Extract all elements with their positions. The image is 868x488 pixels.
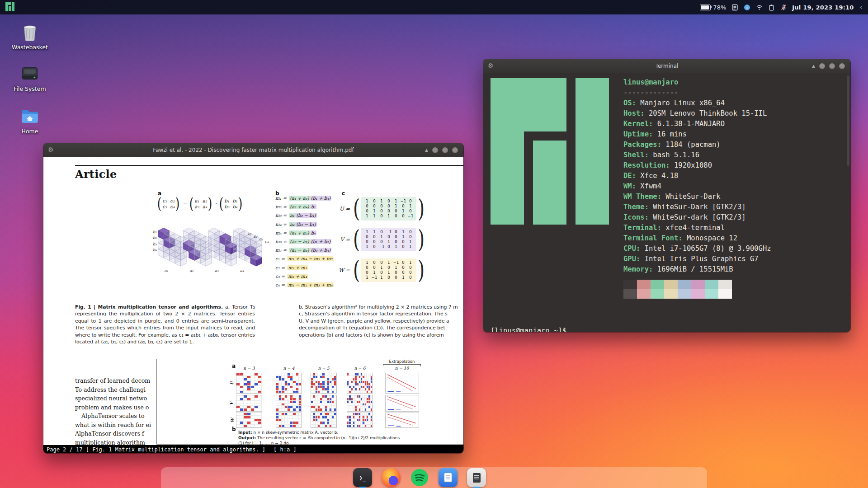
svg-text:b₂: b₂ — [153, 235, 157, 240]
panel-collapse-arrow[interactable]: ‹ — [859, 4, 863, 11]
neofetch-line: Terminal: xfce4-terminal — [623, 223, 771, 233]
clipboard-icon[interactable] — [768, 4, 775, 11]
desktop-icon-label: File System — [8, 85, 52, 92]
shade-icon[interactable]: ▲ — [812, 64, 815, 68]
minimize-button[interactable] — [432, 147, 438, 153]
close-button[interactable] — [839, 63, 845, 69]
pdf-page-view[interactable]: Article a b c (c₁c₂c₃c₄)=(a₁a₂a₃a₄)·(b₁b… — [43, 157, 463, 445]
palette-swatch — [691, 280, 705, 289]
terminal-window: ⚙ Terminal ▲ linus@manjaro -------------… — [483, 59, 851, 333]
strassen-equations: m₁ = (a₁ + a₄)(b₁ + b₄)m₂ = (a₃ + a₄)b₁m… — [275, 196, 334, 291]
svg-text:c₂: c₂ — [254, 234, 258, 239]
pdf-titlebar[interactable]: ⚙ Fawzi et al. - 2022 - Discovering fast… — [43, 143, 463, 157]
terminal-scrollbar[interactable] — [847, 75, 849, 166]
palette-swatch — [623, 280, 637, 289]
desktop-screen: 78% Jul 19, 2023 19:10 ‹ — [0, 0, 868, 488]
matrix-multiplication-equation: (c₁c₂c₃c₄)=(a₁a₂a₃a₄)·(b₁b₂b₃b₄) — [156, 196, 243, 211]
palette-swatch — [623, 289, 637, 299]
notes-icon[interactable] — [731, 4, 738, 11]
neofetch-user-host: linus@manjaro — [623, 77, 771, 88]
pdf-viewer-window: ⚙ Fawzi et al. - 2022 - Discovering fast… — [43, 143, 464, 454]
close-button[interactable] — [452, 147, 458, 153]
minimize-button[interactable] — [819, 63, 825, 69]
caption-left-column: Fig. 1 | Matrix multiplication tensor an… — [75, 304, 255, 345]
applications-menu-button[interactable] — [5, 1, 15, 14]
article-heading: Article — [75, 168, 117, 181]
panel-left — [5, 1, 15, 14]
svg-text:b₃: b₃ — [153, 242, 157, 246]
palette-swatch — [664, 289, 678, 299]
svg-text:c₄: c₄ — [265, 239, 269, 244]
caption-right-column: b, Strassen's algorithm² for multiplying… — [299, 304, 463, 338]
dock-item-document-app[interactable] — [439, 468, 458, 487]
dock-item-firefox[interactable] — [382, 468, 401, 487]
battery-icon — [700, 5, 711, 10]
terminal-titlebar[interactable]: ⚙ Terminal ▲ — [483, 59, 850, 73]
factor-matrix-V: V =(110−10100010010000100110−10101) — [336, 227, 426, 252]
statusbar-mode-info: [ h:a ] — [274, 446, 297, 453]
shade-icon[interactable]: ▲ — [425, 148, 428, 152]
figure1-panel-c-label: c — [342, 190, 345, 197]
palette-swatch — [705, 280, 718, 289]
palette-swatch — [651, 280, 664, 289]
window-menu-gear-icon[interactable]: ⚙ — [488, 62, 494, 69]
top-panel: 78% Jul 19, 2023 19:10 ‹ — [0, 0, 868, 14]
clock[interactable]: Jul 19, 2023 19:10 — [792, 4, 854, 11]
dock-item-terminal[interactable]: ❯_ — [353, 468, 372, 487]
dock-item-spotify[interactable] — [410, 468, 429, 487]
neofetch-line: Host: 20SM Lenovo ThinkBook 15-IIL — [623, 108, 771, 119]
terminal-color-palette — [623, 280, 771, 299]
microphone-muted-icon[interactable] — [780, 4, 787, 11]
svg-text:a₄: a₄ — [240, 268, 244, 273]
palette-swatch — [637, 280, 651, 289]
pdf-page: Article a b c (c₁c₂c₃c₄)=(a₁a₂a₃a₄)·(b₁b… — [43, 157, 463, 445]
factor-matrices: U =(10101−1000001010100010110100−1)V =(1… — [336, 197, 426, 289]
palette-swatch — [718, 280, 732, 289]
battery-indicator[interactable]: 78% — [700, 4, 726, 11]
desktop-icon-label: Home — [8, 128, 52, 135]
window-controls: ▲ — [425, 143, 458, 157]
desktop-icon-file-system[interactable]: File System — [8, 63, 52, 92]
neofetch-line: Theme: WhiteSur-Dark [GTK2/3] — [623, 202, 771, 212]
terminal-app-icon: ❯_ — [353, 468, 372, 487]
statusbar-page-info: Page 2 / 17 [ Fig. 1 Matrix multiplicati… — [47, 446, 265, 453]
tensor-3d-figure: b₁b₂b₃b₄a₁a₂a₃a₄c₁c₂c₃c₄ — [144, 217, 274, 275]
pdf-window-title: Fawzi et al. - 2022 - Discovering faster… — [153, 147, 354, 153]
pdf-statusbar: Page 2 / 17 [ Fig. 1 Matrix multiplicati… — [43, 445, 463, 454]
factor-matrix-U: U =(10101−1000001010100010110100−1) — [336, 197, 426, 221]
system-tray: 78% Jul 19, 2023 19:10 ‹ — [700, 4, 863, 11]
palette-swatch — [664, 280, 678, 289]
palette-swatch — [678, 280, 691, 289]
extrapolation-label: Extrapolation — [389, 359, 415, 364]
shell-prompt[interactable]: [linus@manjaro ~]$ — [491, 327, 571, 333]
algorithm-box: Input: n × n skew-symmetric matrix A, ve… — [238, 430, 401, 445]
svg-text:b₁: b₁ — [153, 230, 157, 234]
network-wireless-icon[interactable] — [755, 4, 763, 11]
pdf-viewer-icon — [467, 468, 486, 487]
neofetch-line: WM Theme: WhiteSur-Dark — [623, 192, 771, 202]
palette-swatch — [718, 289, 732, 299]
neofetch-line: GPU: Intel Iris Plus Graphics G7 — [623, 254, 771, 264]
article-rule — [75, 165, 463, 166]
svg-text:a₃: a₃ — [215, 268, 219, 273]
figure2: a Extrapolation n = 3n = 4n = 5n = 6n = … — [156, 359, 463, 445]
neofetch-line: OS: Manjaro Linux x86_64 — [623, 98, 771, 108]
svg-text:b₄: b₄ — [153, 248, 157, 252]
neofetch-line: Packages: 1184 (pacman) — [623, 140, 771, 150]
neofetch-line: Memory: 1696MiB / 15515MiB — [623, 264, 771, 275]
desktop-icon-home[interactable]: Home — [8, 106, 52, 135]
neofetch-line: CPU: Intel i7-1065G7 (8) @ 3.900GHz — [623, 244, 771, 254]
neofetch-line: Kernel: 6.1.38-1-MANJARO — [623, 119, 771, 129]
dock-icons: ❯_ — [353, 468, 486, 487]
info-icon[interactable] — [743, 4, 750, 11]
terminal-body[interactable]: linus@manjaro ------------- OS: Manjaro … — [483, 73, 850, 333]
svg-text:a₁: a₁ — [165, 268, 169, 273]
window-menu-gear-icon[interactable]: ⚙ — [48, 146, 54, 153]
desktop-icon-wastebasket[interactable]: Wastebasket — [8, 22, 52, 51]
neofetch-line: Resolution: 868x488 — [623, 160, 771, 171]
maximize-button[interactable] — [442, 147, 448, 153]
neofetch-info: linus@manjaro ------------- OS: Manjaro … — [623, 77, 771, 299]
article-body-text: transfer of learned decomTo address the … — [75, 376, 157, 445]
dock-item-pdf-viewer[interactable] — [467, 468, 486, 487]
maximize-button[interactable] — [829, 63, 835, 69]
